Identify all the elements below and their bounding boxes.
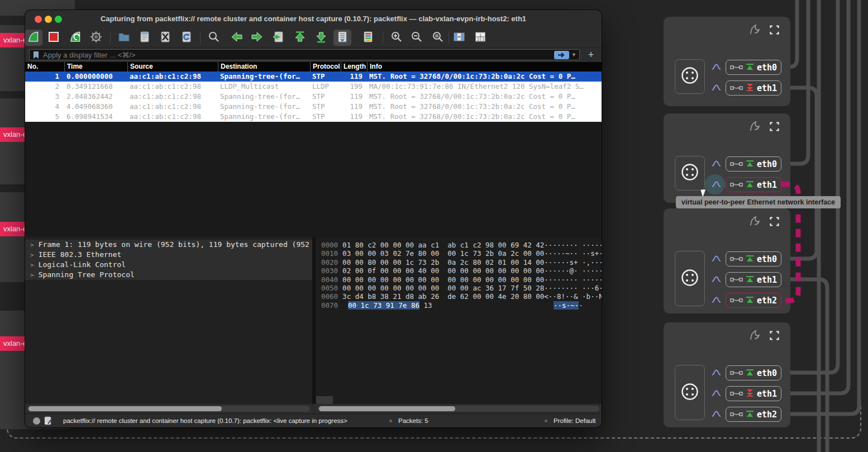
detail-tree-row[interactable]: >Logical-Link Control xyxy=(25,260,312,270)
go-to-packet-button[interactable] xyxy=(270,30,288,46)
filter-dropdown-caret[interactable]: ▼ xyxy=(571,52,576,58)
hex-ascii: ········ ···6··P( xyxy=(544,284,602,292)
filter-bookmark-icon[interactable] xyxy=(32,51,40,59)
packet-list-header[interactable]: No. Time Source Destination Protocol Len… xyxy=(25,62,602,72)
capture-file-properties-icon[interactable] xyxy=(44,416,51,425)
packet-row[interactable]: 32.048362442aa:c1:ab:c1:c2:98Spanning-tr… xyxy=(25,92,602,102)
packet-row[interactable]: 44.049068360aa:c1:ab:c1:c2:98Spanning-tr… xyxy=(25,102,602,112)
packet-row[interactable]: 10.000000000aa:c1:ab:c1:c2:98Spanning-tr… xyxy=(25,72,602,82)
cell-t: 0.349121668 xyxy=(64,82,127,92)
display-filter-input[interactable]: Apply a display filter ... <⌘/> ▼ xyxy=(29,49,580,60)
cell-len: 119 xyxy=(341,72,367,82)
zoom-in-button[interactable] xyxy=(388,30,406,46)
hex-bytes: 00 1c 73 91 7e 86 13 xyxy=(348,301,554,310)
expand-chevron-icon[interactable]: > xyxy=(25,241,39,249)
apply-filter-button[interactable] xyxy=(554,51,569,59)
filter-placeholder: Apply a display filter ... <⌘/> xyxy=(43,51,135,59)
hex-row[interactable]: 002000 00 80 00 00 1c 73 2b 0a 2c 80 02 … xyxy=(316,258,602,267)
packet-row[interactable]: 56.098941534aa:c1:ab:c1:c2:98Spanning-tr… xyxy=(25,112,602,122)
svg-text:3: 3 xyxy=(482,37,484,41)
zoom-window-button[interactable] xyxy=(55,16,62,23)
cell-src: aa:c1:ab:c1:c2:98 xyxy=(127,102,218,112)
detail-tree-row[interactable]: >Frame 1: 119 bytes on wire (952 bits), … xyxy=(25,240,312,250)
hex-row[interactable]: 003002 00 0f 00 00 00 40 00 00 00 00 00 … xyxy=(316,267,602,275)
minimize-window-button[interactable] xyxy=(45,16,52,23)
hex-hscrollbar-thumb[interactable] xyxy=(319,406,455,411)
expand-chevron-icon[interactable]: > xyxy=(25,251,39,259)
zoom-out-button[interactable] xyxy=(408,30,426,46)
packet-row[interactable]: 20.349121668aa:c1:ab:c1:c2:98LLDP_Multic… xyxy=(25,82,602,92)
cell-info: MA/00:1c:73:91:7e:86 IN/Ethernet2 120 Sy… xyxy=(367,82,602,92)
cell-proto: STP xyxy=(310,92,341,102)
svg-text:2: 2 xyxy=(477,37,479,41)
hex-bytes: 00 00 00 00 00 00 00 00 00 00 ac 36 17 7… xyxy=(342,284,544,292)
window-titlebar[interactable]: Capturing from packetflix:// remote clus… xyxy=(25,10,602,28)
expert-info-icon[interactable] xyxy=(33,417,40,425)
colorize-icon xyxy=(361,30,375,46)
filter-bar: Apply a display filter ... <⌘/> ▼ + xyxy=(25,48,602,62)
packet-count: Packets: 5 xyxy=(398,414,428,427)
auto-scroll-icon xyxy=(336,30,349,46)
hex-row[interactable]: 001003 00 00 03 02 7e 80 00 00 1c 73 2b … xyxy=(316,249,602,258)
go-last-packet-button[interactable] xyxy=(312,30,330,46)
capture-restart-button[interactable] xyxy=(66,30,84,46)
col-protocol[interactable]: Protocol xyxy=(310,62,341,72)
toolbar-separator xyxy=(200,31,201,44)
capture-restart-icon xyxy=(69,30,82,46)
save-file-button[interactable] xyxy=(136,30,154,46)
details-hscrollbar-track[interactable] xyxy=(27,406,310,412)
col-source[interactable]: Source xyxy=(127,62,218,72)
cell-no: 4 xyxy=(25,102,64,112)
zoom-in-icon xyxy=(390,30,403,46)
cell-info: MST. Root = 32768/0/00:1c:73:2b:0a:2c Co… xyxy=(367,112,602,122)
reload-file-button[interactable] xyxy=(178,30,195,46)
colorize-button[interactable] xyxy=(359,30,377,46)
col-destination[interactable]: Destination xyxy=(218,62,310,72)
layout-icon: 123 xyxy=(474,30,487,46)
hex-hscrollbar-track[interactable] xyxy=(318,406,599,412)
close-window-button[interactable] xyxy=(35,16,42,23)
hex-offset: 0000 xyxy=(316,241,338,249)
go-back-button[interactable] xyxy=(228,30,246,46)
find-packet-button[interactable] xyxy=(205,30,223,46)
col-no[interactable]: No. xyxy=(25,62,64,72)
hex-row[interactable]: 004000 00 00 00 00 00 00 00 00 00 00 00 … xyxy=(316,275,602,284)
packet-list: 10.000000000aa:c1:ab:c1:c2:98Spanning-tr… xyxy=(25,72,602,122)
hex-row[interactable]: 00603c d4 b8 38 21 d8 ab 26 de 62 00 00 … xyxy=(316,292,602,301)
auto-scroll-button[interactable] xyxy=(333,30,351,46)
col-info[interactable]: Info xyxy=(367,62,602,72)
capture-start-button[interactable] xyxy=(25,30,42,46)
details-hscrollbar-thumb[interactable] xyxy=(28,406,222,411)
packet-list-empty-area[interactable] xyxy=(25,122,602,237)
cell-t: 6.098941534 xyxy=(64,112,127,122)
expand-chevron-icon[interactable]: > xyxy=(25,261,39,269)
col-length[interactable]: Length xyxy=(341,62,367,72)
open-file-folder-button[interactable] xyxy=(115,30,133,46)
detail-tree-row[interactable]: >IEEE 802.3 Ethernet xyxy=(25,250,312,260)
close-file-button[interactable] xyxy=(156,30,174,46)
go-forward-button[interactable] xyxy=(248,30,266,46)
go-first-packet-button[interactable] xyxy=(291,30,309,46)
hex-bytes: 00 00 00 00 00 00 00 00 00 00 00 00 00 0… xyxy=(342,275,544,284)
zoom-100-button[interactable] xyxy=(429,30,447,46)
cell-len: 119 xyxy=(341,102,367,112)
hex-ascii: ········ ·····iBB xyxy=(544,241,602,249)
layout-button[interactable]: 123 xyxy=(471,30,489,46)
add-filter-button-plus[interactable]: + xyxy=(584,48,598,61)
detail-tree-row[interactable]: >Spanning Tree Protocol xyxy=(25,270,312,280)
resize-columns-button[interactable] xyxy=(450,30,468,46)
save-file-icon xyxy=(138,30,151,46)
hex-row[interactable]: 007000 1c 73 91 7e 86 13··s·~·· xyxy=(316,301,602,310)
capture-options-gear-button[interactable] xyxy=(87,30,105,46)
hex-row[interactable]: 000001 80 c2 00 00 00 aa c1 ab c1 c2 98 … xyxy=(316,241,602,249)
cell-proto: STP xyxy=(310,112,341,122)
col-time[interactable]: Time xyxy=(64,62,127,72)
hex-offset: 0050 xyxy=(316,284,338,292)
hex-row[interactable]: 005000 00 00 00 00 00 00 00 00 00 ac 36 … xyxy=(316,284,602,292)
packet-details-pane: >Frame 1: 119 bytes on wire (952 bits), … xyxy=(25,237,312,404)
expand-chevron-icon[interactable]: > xyxy=(25,272,39,279)
cell-info: MST. Root = 32768/0/00:1c:73:2b:0a:2c Co… xyxy=(367,72,602,82)
capture-stop-button[interactable] xyxy=(45,30,63,46)
profile-label[interactable]: Profile: Default xyxy=(554,414,595,427)
wireshark-window: Capturing from packetflix:// remote clus… xyxy=(25,10,602,427)
